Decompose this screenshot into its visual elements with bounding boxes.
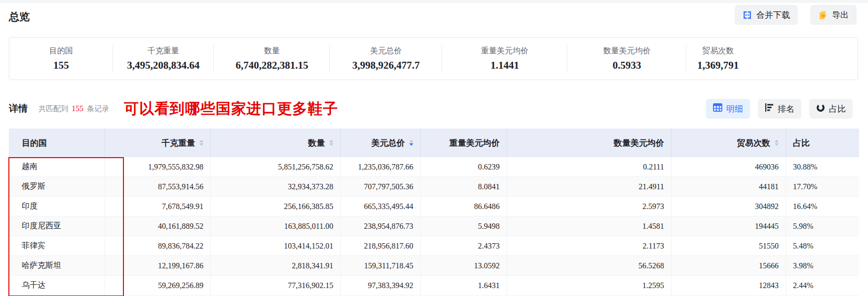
stat-label: 目的国	[49, 46, 73, 55]
stat-usd-per-qty: 数量美元均价 0.5933	[567, 38, 686, 80]
stat-value: 1,369,791	[697, 59, 739, 71]
export-label: 导出	[832, 9, 849, 21]
cell-kg-avg: 8.0841	[421, 177, 507, 197]
tab-share[interactable]: 占比	[809, 99, 853, 119]
top-strip	[0, 0, 868, 3]
cell-qty: 2,818,341.91	[211, 256, 341, 276]
cell-share: 2.44%	[786, 276, 859, 296]
cell-kg-avg: 0.6239	[421, 157, 507, 177]
table-row-vietnam: 越南 1,979,555,832.98 5,851,256,758.62 1,2…	[9, 157, 859, 177]
stat-value: 3,495,208,834.64	[127, 59, 199, 71]
col-header-label: 千克重量	[161, 137, 195, 149]
cell-usd: 97,383,394.92	[341, 276, 421, 296]
tab-detail[interactable]: 明细	[706, 99, 750, 119]
cell-country: 越南	[9, 157, 105, 177]
stat-label: 重量美元均价	[481, 46, 528, 55]
col-header-kg-weight[interactable]: 千克重量	[105, 128, 211, 157]
stat-value: 1.1441	[490, 59, 519, 71]
cell-share: 3.98%	[786, 256, 859, 276]
col-header-trade-count[interactable]: 贸易次数	[671, 128, 786, 157]
cell-kg: 87,553,914.56	[105, 177, 211, 197]
col-header-usd-per-qty: 数量美元均价	[507, 128, 671, 157]
col-header-share: 占比	[786, 128, 859, 157]
merge-download-button[interactable]: 合并下载	[735, 5, 798, 25]
stat-value: 155	[53, 59, 69, 71]
cell-trades: 44181	[671, 177, 786, 197]
sort-caret-icon[interactable]	[329, 140, 333, 146]
stat-value: 3,998,926,477.7	[353, 59, 420, 71]
tab-detail-label: 明细	[726, 103, 743, 115]
cell-kg-avg: 5.9498	[421, 216, 507, 236]
cell-trades: 51550	[671, 236, 786, 256]
red-annotation-text: 可以看到哪些国家进口更多鞋子	[124, 99, 338, 119]
col-header-label: 美元总价	[371, 137, 405, 149]
col-header-label: 目的国	[22, 137, 47, 149]
export-button[interactable]: 导出	[810, 5, 857, 25]
cell-share: 17.70%	[786, 177, 859, 197]
cell-trades: 304892	[671, 197, 786, 216]
stat-destination-country: 目的国 155	[9, 38, 113, 80]
cell-usd: 707,797,505.36	[341, 177, 421, 197]
cell-kg: 1,979,555,832.98	[105, 157, 211, 177]
cell-kg-avg: 13.0592	[421, 256, 507, 276]
table-row-kazakhstan: 哈萨克斯坦 12,199,167.86 2,818,341.91 159,311…	[9, 256, 859, 276]
col-header-quantity[interactable]: 数量	[211, 128, 341, 157]
col-header-usd-total[interactable]: 美元总价	[341, 128, 421, 157]
sort-caret-icon[interactable]	[775, 140, 779, 146]
cell-share: 5.48%	[786, 236, 859, 256]
table-row-uganda: 乌干达 59,269,256.89 77,316,902.15 97,383,3…	[9, 276, 859, 296]
view-tabs: 明细 排名 占比	[706, 99, 853, 119]
col-header-label: 数量美元均价	[614, 137, 664, 149]
cell-qty: 32,934,373.28	[211, 177, 341, 197]
cell-qty: 77,316,902.15	[211, 276, 341, 296]
cell-kg: 40,161,889.52	[105, 216, 211, 236]
stat-label: 数量	[264, 46, 280, 55]
sort-caret-icon[interactable]	[199, 140, 203, 146]
table-body: 越南 1,979,555,832.98 5,851,256,758.62 1,2…	[9, 157, 859, 296]
col-header-label: 重量美元均价	[449, 137, 500, 149]
table-row-india: 印度 7,678,549.91 256,166,385.85 665,335,4…	[9, 197, 859, 216]
cell-country: 俄罗斯	[9, 177, 105, 197]
cell-qty: 103,414,152.01	[211, 236, 341, 256]
cell-qty-avg: 21.4911	[507, 177, 671, 197]
match-record-info: 共匹配到155条记录	[39, 104, 109, 114]
cell-qty: 256,166,385.85	[211, 197, 341, 216]
table-header-row: 目的国 千克重量 数量 美元总价 重量美元均价 数量美元均价 贸易次数	[9, 128, 859, 157]
cell-qty-avg: 1.4581	[507, 216, 671, 236]
cell-share: 16.64%	[786, 197, 859, 216]
table-grid-icon	[713, 103, 722, 114]
cell-qty-avg: 2.5973	[507, 197, 671, 216]
cell-qty-avg: 0.2111	[507, 157, 671, 177]
overview-stats-card: 目的国 155 千克重量 3,495,208,834.64 数量 6,740,2…	[9, 37, 858, 80]
table-row-indonesia: 印度尼西亚 40,161,889.52 163,885,011.00 238,9…	[9, 216, 859, 236]
stat-label: 贸易次数	[702, 46, 734, 55]
cell-trades: 12843	[671, 276, 786, 296]
stat-value: 0.5933	[613, 59, 641, 71]
stat-label: 数量美元均价	[603, 46, 651, 55]
cell-usd: 1,235,036,787.66	[341, 157, 421, 177]
col-header-usd-per-kg: 重量美元均价	[421, 128, 507, 157]
cell-country: 乌干达	[9, 276, 105, 296]
tab-ranking[interactable]: 排名	[758, 99, 801, 119]
cell-country: 印度尼西亚	[9, 216, 105, 236]
export-document-icon	[818, 10, 828, 20]
stat-kg-weight: 千克重量 3,495,208,834.64	[113, 38, 214, 80]
stat-trade-count: 贸易次数 1,369,791	[686, 38, 750, 80]
trade-table: 目的国 千克重量 数量 美元总价 重量美元均价 数量美元均价 贸易次数	[9, 128, 859, 296]
ranking-bars-icon	[765, 103, 774, 114]
merge-cells-icon	[743, 10, 752, 20]
cell-kg: 59,269,256.89	[105, 276, 211, 296]
sort-caret-icon-active-desc[interactable]	[409, 140, 413, 146]
stat-label: 千克重量	[148, 46, 179, 55]
details-title: 详情	[9, 102, 28, 115]
cell-share: 30.88%	[786, 157, 859, 177]
cell-usd: 665,335,495.44	[341, 197, 421, 216]
tab-ranking-label: 排名	[778, 103, 794, 115]
col-header-country: 目的国	[9, 128, 105, 157]
col-header-label: 占比	[793, 137, 810, 149]
cell-country: 哈萨克斯坦	[9, 256, 105, 276]
cell-qty: 5,851,256,758.62	[211, 157, 341, 177]
donut-chart-icon	[816, 103, 825, 115]
stat-quantity: 数量 6,740,282,381.15	[214, 38, 330, 80]
cell-usd: 159,311,718.45	[341, 256, 421, 276]
